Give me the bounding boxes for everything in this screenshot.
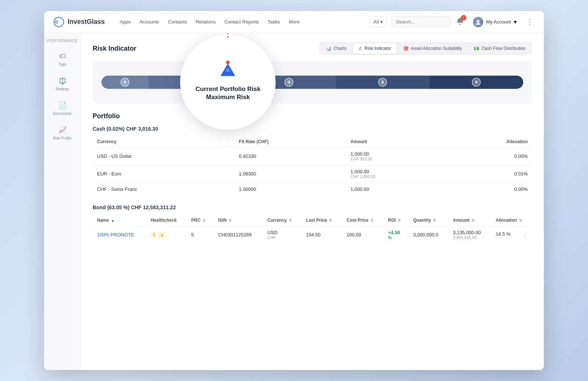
bond-amount-0: 3,135,000.00 2,894,545.50 — [448, 226, 491, 244]
risk-circle-3: ③ — [284, 78, 293, 87]
alert-badge: ▲ — [159, 232, 165, 238]
bond-name-link-0[interactable]: 100% PRONOTE — [97, 232, 134, 237]
bond-prc-0: 5 — [187, 226, 214, 244]
sort-prc-icon[interactable]: ⇅ — [202, 218, 205, 222]
sort-allocation-icon[interactable]: ⇅ — [519, 218, 522, 222]
nav-more[interactable]: More — [289, 19, 300, 25]
user-chevron-icon: ▾ — [514, 18, 517, 25]
asset-allocation-icon: 🎯 — [403, 46, 409, 51]
top-nav: InvestGlass Apps Accounts Contacts Relat… — [44, 11, 544, 33]
risk-bar: ① ② ③ ④ ⑤ — [101, 76, 523, 89]
risk-profile-icon: 📈 — [58, 126, 67, 134]
cash-alloc-0: 0.00% — [445, 148, 532, 165]
sort-amount-icon[interactable]: ⇅ — [472, 218, 474, 222]
user-name: My Account — [486, 19, 511, 25]
cash-section-title: Cash (0.02%) CHF 3,016.30 — [93, 126, 532, 132]
sort-roi-icon[interactable]: ⇅ — [398, 218, 401, 222]
sidebar-item-documents[interactable]: 📄 Documents — [44, 96, 80, 121]
tab-charts[interactable]: 📊 Charts — [321, 43, 352, 54]
sidebar-label-tags: Tags — [58, 62, 66, 66]
search-input[interactable] — [391, 17, 450, 27]
nav-contact-reports[interactable]: Contact Reports — [225, 19, 259, 25]
risk-segment-1: ① — [101, 76, 148, 89]
cash-flow-icon: 💵 — [474, 46, 479, 51]
cash-currency-2: CHF - Swiss Franc — [93, 183, 234, 196]
notification-button[interactable]: 1 — [455, 16, 466, 28]
row-menu-0[interactable]: ⋮ — [522, 231, 528, 238]
nav-apps[interactable]: Apps — [120, 19, 131, 25]
tab-asset-allocation[interactable]: 🎯 Asset Allocation Suitability — [398, 43, 467, 54]
risk-indicator-icon: ⚠ — [358, 46, 362, 51]
sort-last-price-icon[interactable]: ⇅ — [329, 218, 332, 222]
sidebar-label-risk-profile: Risk Profile — [53, 136, 72, 140]
main-layout: Performance 🏷 Tags ⚖️ Strategy 📄 Documen… — [44, 33, 544, 370]
nav-accounts[interactable]: Accounts — [140, 19, 159, 25]
cash-col-currency: Currency — [93, 136, 234, 148]
risk-circle-1: ① — [121, 78, 129, 87]
cash-col-allocation: Allocation — [445, 136, 532, 148]
svg-point-2 — [56, 21, 57, 23]
sort-currency-icon[interactable]: ⇅ — [289, 218, 292, 222]
nav-relations[interactable]: Relations — [196, 19, 215, 25]
cash-currency-0: USD - US Dollar — [93, 148, 234, 165]
bond-healthcheck-0: ! ▲ — [146, 226, 187, 244]
bond-col-currency: Currency ⇅ — [263, 215, 302, 226]
bond-col-healthcheck: Healthcheck — [146, 215, 187, 226]
sidebar-label-documents: Documents — [53, 112, 72, 116]
bond-col-name: Name ▲ — [93, 215, 146, 226]
nav-tasks[interactable]: Tasks — [268, 19, 280, 25]
bond-col-allocation: Allocation ⇅ — [491, 215, 532, 226]
bond-col-last-price: Last Price ⇅ — [302, 215, 342, 226]
risk-indicator-header: Risk Indicator 📊 Charts ⚠ Risk Indicator… — [93, 42, 532, 55]
sort-isin-icon[interactable]: ⇅ — [229, 218, 232, 222]
risk-segment-5: ⑤ — [430, 76, 523, 89]
app-name: InvestGlass — [68, 18, 105, 26]
tab-risk-indicator[interactable]: ⚠ Risk Indicator — [353, 43, 397, 54]
nav-contacts[interactable]: Contacts — [168, 19, 187, 25]
cash-amount-2: 1,000.00 — [346, 183, 445, 196]
bond-allocation-0: 14.5 % ⋮ — [491, 226, 532, 244]
sidebar-item-tags[interactable]: 🏷 Tags — [44, 47, 80, 72]
risk-indicator-title: Risk Indicator — [93, 45, 136, 52]
strategy-icon: ⚖️ — [58, 77, 67, 85]
bond-col-cost-price: Cost Price ⇅ — [342, 215, 384, 226]
nav-right: All ▾ 1 My Account ▾ — [369, 15, 535, 29]
bond-col-roi: ROI ⇅ — [384, 215, 409, 226]
sidebar-item-strategy[interactable]: ⚖️ Strategy — [44, 72, 80, 96]
cash-alloc-1: 0.01% — [445, 165, 532, 183]
portfolio-title: Portfolio — [93, 112, 532, 120]
cash-col-amount: Amount — [346, 136, 445, 148]
sidebar-label-strategy: Strategy — [55, 87, 69, 91]
cash-row-1: EUR - Euro 1.09300 1,000.00 CHF 1,093.00… — [93, 165, 532, 183]
bond-last-price-0: 104.50 — [302, 226, 342, 244]
cash-row-2: CHF - Swiss Franc 1.00000 1,000.00 0.00% — [93, 183, 532, 196]
sort-quantity-icon[interactable]: ⇅ — [433, 218, 436, 222]
bond-section-title: Bond (63.05 %) CHF 12,583,311.22 — [93, 204, 532, 210]
all-label: All — [373, 19, 379, 25]
bond-currency-0: USD CHF — [263, 226, 302, 244]
logo-icon — [53, 16, 65, 28]
user-menu-button[interactable]: My Account ▾ — [470, 15, 520, 29]
cash-fx-2: 1.00000 — [234, 183, 346, 196]
bond-col-amount: Amount ⇅ — [448, 215, 491, 226]
sidebar: Performance 🏷 Tags ⚖️ Strategy 📄 Documen… — [44, 33, 81, 370]
bond-isin-0: CH0301125289 — [214, 226, 263, 244]
tab-cash-flow[interactable]: 💵 Cash Flow Distribution — [469, 43, 531, 54]
all-dropdown[interactable]: All ▾ — [369, 17, 387, 27]
warn-badge: ! — [151, 232, 157, 238]
bond-table: Name ▲ Healthcheck PRC ⇅ ISIN ⇅ — [93, 215, 532, 243]
content-area: Risk Indicator 📊 Charts ⚠ Risk Indicator… — [81, 33, 544, 370]
logo: InvestGlass — [53, 16, 108, 28]
tags-icon: 🏷 — [59, 52, 66, 60]
options-menu-button[interactable]: ⋮ — [524, 17, 535, 28]
sort-name-icon[interactable]: ▲ — [111, 218, 115, 222]
sort-cost-price-icon[interactable]: ⇅ — [370, 218, 373, 222]
sidebar-item-risk-profile[interactable]: 📈 Risk Profile — [44, 121, 80, 145]
svg-point-3 — [459, 23, 461, 25]
cash-row-0: USD - US Dollar 0.92330 1,000.00 CHF 923… — [93, 148, 532, 165]
sidebar-section-label: Performance — [44, 39, 80, 47]
bond-col-isin: ISIN ⇅ — [214, 215, 263, 226]
risk-segment-4: ④ — [336, 76, 430, 89]
risk-bar-wrapper: ① ② ③ ④ ⑤ — [101, 76, 523, 89]
chevron-down-icon: ▾ — [380, 19, 383, 25]
